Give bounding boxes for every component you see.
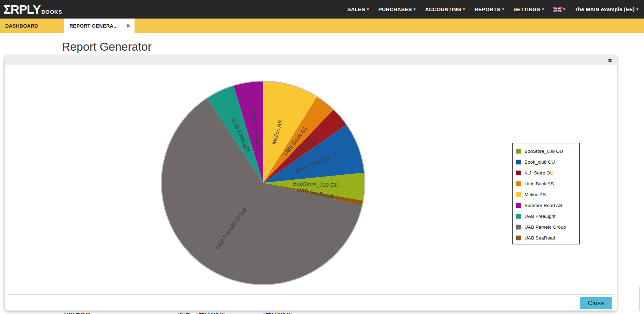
table-cell: Little Book AS [263, 312, 292, 314]
legend-item[interactable]: Summer Read AS [513, 200, 579, 211]
menu-item-label: SALES [347, 6, 365, 12]
legend-label: Melion AS [524, 192, 546, 197]
legend-swatch-icon [516, 149, 521, 154]
table-cell: Little Book AS [196, 312, 225, 314]
close-button[interactable]: Close [580, 297, 612, 309]
logo-subtext: BOOKS [41, 9, 62, 15]
legend-item[interactable]: UAB Pamelo Group [513, 222, 579, 233]
main-menu: SALES▾PURCHASES▾ACCOUNTING▾REPORTS▾SETTI… [347, 6, 644, 12]
pie-chart-container: Melion ASLittle Book ASK.J. Store OÜBook… [8, 66, 614, 295]
modal-close-icon[interactable]: ✖ [608, 57, 612, 64]
legend-item[interactable]: UAB SeaRoad [513, 233, 579, 243]
tab-close-icon[interactable]: ✖ [126, 23, 130, 29]
legend-label: UAB FreeLight [524, 214, 556, 219]
legend-swatch-icon [516, 224, 521, 230]
tab-report-generator[interactable]: REPORT GENERA... ✖ [64, 19, 135, 33]
legend-item[interactable]: Book_club OÜ [513, 157, 579, 167]
legend-swatch-icon [516, 192, 521, 197]
chevron-down-icon: ▾ [636, 7, 638, 11]
table-cell: Sales invoice [64, 312, 90, 314]
legend-item[interactable]: Melion AS [513, 189, 579, 200]
account-label: The MAIN example (EE) [575, 6, 635, 12]
page-title: Report Generator [62, 40, 152, 53]
legend-item[interactable]: UAB FreeLight [513, 211, 579, 222]
modal-header: ✖ [5, 55, 617, 65]
legend-swatch-icon [516, 235, 521, 241]
background-table-row: Sales invoice 100.00 Little Book AS Litt… [0, 311, 644, 314]
report-chart-modal: ✖ Melion ASLittle Book ASK.J. Store OÜBo… [5, 55, 617, 311]
account-menu[interactable]: The MAIN example (EE) ▾ [575, 6, 638, 12]
chevron-down-icon: ▾ [367, 7, 369, 11]
legend-label: Little Book AS [524, 181, 554, 186]
legend-label: Summer Read AS [524, 203, 562, 208]
chevron-down-icon: ▾ [542, 7, 544, 11]
chevron-down-icon: ▾ [502, 7, 504, 11]
tab-bar: DASHBOARD REPORT GENERA... ✖ [0, 19, 644, 33]
legend-label: UAB SeaRoad [524, 235, 555, 241]
chevron-down-icon: ▾ [414, 7, 416, 11]
table-cell: 100.00 [164, 312, 190, 314]
chevron-down-icon: ▾ [463, 7, 465, 11]
legend-label: K.J. Store OÜ [524, 170, 553, 176]
legend-label: UAB Pamelo Group [524, 224, 566, 230]
chevron-down-icon: ▾ [563, 7, 565, 11]
legend-swatch-icon [516, 181, 521, 186]
table-border [639, 286, 640, 314]
legend-item[interactable]: Little Book AS [513, 178, 579, 189]
menu-item-label: PURCHASES [378, 6, 412, 12]
menu-item-reports[interactable]: REPORTS▾ [475, 6, 504, 12]
menu-item-label: REPORTS [475, 6, 500, 12]
legend-swatch-icon [516, 203, 521, 208]
uk-flag-icon [553, 7, 562, 12]
legend-swatch-icon [516, 214, 521, 219]
chart-legend: BooStore_009 OÜBook_club OÜK.J. Store OÜ… [512, 143, 580, 244]
menu-item-label: ACCOUNTING [425, 6, 461, 12]
legend-item[interactable]: BooStore_009 OÜ [513, 146, 579, 157]
language-menu[interactable]: ▾ [553, 7, 565, 12]
tab-label: DASHBOARD [5, 23, 38, 29]
legend-label: Book_club OÜ [524, 159, 555, 165]
erply-books-logo[interactable]: ΣRPLY BOOKS [0, 3, 62, 15]
menu-item-label: SETTINGS [513, 6, 540, 12]
menu-item-accounting[interactable]: ACCOUNTING▾ [425, 6, 465, 12]
legend-swatch-icon [516, 170, 521, 176]
tab-label: REPORT GENERA... [70, 23, 118, 29]
legend-item[interactable]: K.J. Store OÜ [513, 167, 579, 178]
menu-item-purchases[interactable]: PURCHASES▾ [378, 6, 416, 12]
legend-label: BooStore_009 OÜ [524, 149, 563, 154]
legend-swatch-icon [516, 159, 521, 165]
tab-dashboard[interactable]: DASHBOARD [0, 19, 47, 33]
logo-text: ΣRPLY [3, 3, 41, 15]
menu-item-sales[interactable]: SALES▾ [347, 6, 369, 12]
top-navigation-bar: ΣRPLY BOOKS SALES▾PURCHASES▾ACCOUNTING▾R… [0, 0, 644, 19]
menu-item-settings[interactable]: SETTINGS▾ [513, 6, 544, 12]
